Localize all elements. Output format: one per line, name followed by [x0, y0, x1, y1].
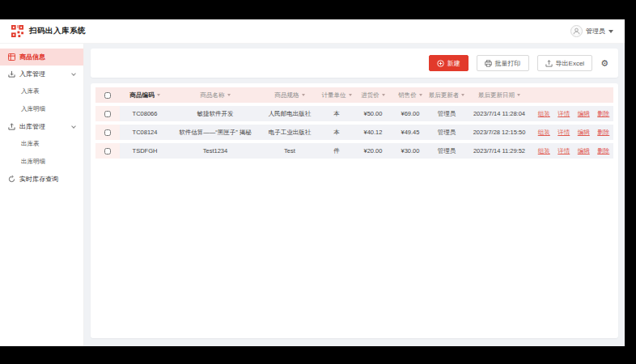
row-checkbox-cell [95, 106, 120, 121]
table-header-row: 商品编码 商品名称 商品规格 计量单位 [95, 87, 613, 103]
row-checkbox[interactable] [104, 148, 111, 154]
row-checkbox[interactable] [104, 111, 111, 117]
cell-sale-price: ¥49.45 [392, 125, 429, 140]
user-menu[interactable]: 管理员 [570, 25, 613, 37]
settings-gear-icon[interactable]: ⚙ [600, 59, 608, 68]
grid-icon [8, 53, 15, 61]
cell-product-code: TSDFGH [120, 143, 170, 159]
plus-circle-icon [437, 60, 444, 67]
cell-last-updater: 管理员 [429, 143, 464, 159]
header-sale-price[interactable]: 销售价 [392, 87, 429, 103]
sidebar-group-label: 出库管理 [19, 122, 45, 131]
header-product-spec[interactable]: 商品规格 [261, 87, 319, 103]
user-avatar [570, 25, 583, 37]
column-caret-icon [227, 94, 231, 96]
details-link[interactable]: 详情 [558, 110, 570, 118]
header-label: 最后更新日期 [478, 91, 515, 99]
header-label: 最后更新者 [429, 91, 459, 99]
assemble-link[interactable]: 组装 [538, 110, 550, 118]
header-label: 商品规格 [275, 91, 299, 99]
cell-product-spec: 电子工业出版社 [261, 125, 319, 140]
delete-link[interactable]: 删除 [597, 129, 609, 137]
header-actions-cell [534, 87, 613, 103]
sidebar-item-product-info[interactable]: 商品信息 [0, 49, 83, 66]
header-label: 销售价 [398, 91, 417, 99]
batch-print-button[interactable]: 批量打印 [477, 55, 529, 71]
sidebar-item-label: 出库明细 [21, 158, 45, 166]
details-link[interactable]: 详情 [558, 147, 570, 155]
cell-last-updater: 管理员 [429, 106, 464, 121]
cell-last-updated: 2023/7/28 12:15:50 [464, 125, 534, 140]
sidebar-item-outbound-detail[interactable]: 出库明细 [0, 153, 83, 171]
cell-product-spec: 人民邮电出版社 [261, 106, 319, 121]
cell-last-updated: 2023/7/14 11:28:04 [464, 106, 534, 121]
printer-icon [485, 60, 492, 67]
cell-purchase-price: ¥20.00 [354, 143, 392, 159]
table-row: TC08124 软件估算——“黑匣子” 揭秘 电子工业出版社 本 ¥40.12 … [95, 125, 613, 140]
header-product-code[interactable]: 商品编码 [120, 87, 170, 103]
sidebar-group-label: 入库管理 [19, 70, 45, 78]
cell-product-code: TC08066 [120, 106, 170, 121]
export-icon [545, 60, 553, 67]
sidebar-group-inbound[interactable]: 入库管理 [0, 66, 83, 83]
sidebar-item-label: 入库明细 [21, 105, 45, 113]
inbound-icon [8, 70, 15, 78]
details-link[interactable]: 详情 [558, 129, 570, 137]
header-last-updated[interactable]: 最后更新日期 [464, 87, 534, 103]
edit-link[interactable]: 编辑 [578, 129, 590, 137]
column-caret-icon [419, 94, 422, 96]
toolbar: 新建 批量打印 [91, 49, 618, 78]
qr-code-logo-icon [11, 25, 23, 37]
sidebar-item-inbound-table[interactable]: 入库表 [0, 83, 83, 100]
cell-unit: 件 [319, 143, 354, 159]
new-button-label: 新建 [447, 59, 460, 68]
letterbox-stage: 扫码出入库系统 管理员 商品信息 [0, 0, 636, 364]
app-body: 商品信息 入库管理 入库表 入库明细 [0, 44, 625, 346]
app-window: 扫码出入库系统 管理员 商品信息 [0, 19, 625, 346]
chevron-down-icon [71, 71, 76, 76]
header-checkbox-cell [95, 87, 120, 103]
delete-link[interactable]: 删除 [597, 110, 609, 118]
header-unit[interactable]: 计量单位 [319, 87, 354, 103]
header-label: 商品编码 [130, 91, 155, 99]
row-actions: 组装 详情 编辑 删除 [534, 143, 613, 159]
column-caret-icon [157, 94, 160, 96]
app-title: 扫码出入库系统 [29, 26, 86, 36]
header-product-name[interactable]: 商品名称 [170, 87, 261, 103]
chevron-down-icon [608, 30, 613, 33]
assemble-link[interactable]: 组装 [538, 147, 550, 155]
edit-link[interactable]: 编辑 [578, 147, 590, 155]
sidebar-item-label: 商品信息 [19, 53, 45, 61]
cell-purchase-price: ¥50.00 [354, 106, 392, 121]
header-purchase-price[interactable]: 进货价 [354, 87, 392, 103]
row-checkbox-cell [95, 125, 120, 140]
cell-sale-price: ¥30.00 [392, 143, 429, 159]
batch-print-label: 批量打印 [495, 59, 521, 68]
new-button[interactable]: 新建 [429, 55, 469, 71]
row-checkbox[interactable] [104, 129, 111, 136]
export-excel-label: 导出Excel [556, 59, 585, 68]
export-excel-button[interactable]: 导出Excel [537, 55, 593, 71]
outbound-icon [8, 123, 15, 130]
product-table: 商品编码 商品名称 商品规格 计量单位 [91, 83, 618, 338]
row-actions: 组装 详情 编辑 删除 [534, 125, 613, 140]
select-all-checkbox[interactable] [104, 92, 111, 99]
header-last-updater[interactable]: 最后更新者 [429, 87, 464, 103]
cell-product-name: 软件估算——“黑匣子” 揭秘 [170, 125, 261, 140]
table-row: TC08066 敏捷软件开发 人民邮电出版社 本 ¥50.00 ¥69.00 管… [95, 106, 613, 121]
sidebar-item-realtime-stock[interactable]: 实时库存查询 [0, 171, 83, 188]
sync-icon [8, 176, 15, 183]
edit-link[interactable]: 编辑 [578, 110, 590, 118]
assemble-link[interactable]: 组装 [538, 129, 550, 137]
sidebar-item-outbound-table[interactable]: 出库表 [0, 135, 83, 153]
sidebar-item-inbound-detail[interactable]: 入库明细 [0, 100, 83, 118]
delete-link[interactable]: 删除 [597, 147, 609, 155]
cell-product-name: 敏捷软件开发 [170, 106, 261, 121]
cell-product-name: Test1234 [170, 143, 261, 159]
user-name: 管理员 [586, 27, 605, 36]
cell-last-updated: 2023/7/14 11:29:52 [464, 143, 534, 159]
main-content: 新建 批量打印 [84, 44, 625, 346]
cell-unit: 本 [319, 106, 354, 121]
sidebar-group-outbound[interactable]: 出库管理 [0, 118, 83, 135]
person-icon [573, 28, 580, 35]
